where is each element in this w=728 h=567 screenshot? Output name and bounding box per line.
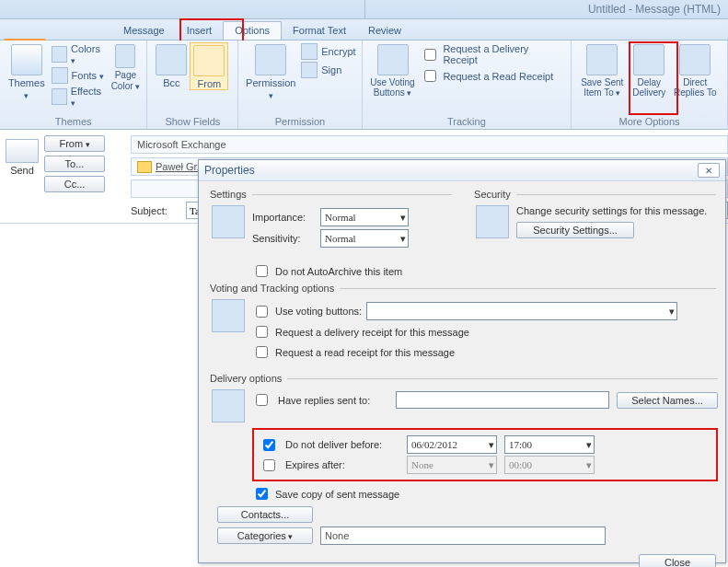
categories-button[interactable]: Categories xyxy=(217,527,313,544)
select-names-button[interactable]: Select Names... xyxy=(617,392,718,409)
group-permission: Permission Encrypt Sign Permission xyxy=(238,40,362,129)
save-sent-icon xyxy=(586,44,618,75)
read-receipt-checkbox[interactable] xyxy=(256,346,268,358)
request-delivery-receipt[interactable]: Request a Delivery Receipt xyxy=(421,42,565,66)
send-button[interactable]: Send xyxy=(6,165,39,176)
request-read-receipt[interactable]: Request a Read Receipt xyxy=(421,66,565,86)
categories-value: None xyxy=(320,526,606,545)
voting-icon xyxy=(377,44,409,75)
properties-dialog: Properties ✕ Settings Importance: Normal… xyxy=(198,159,726,555)
close-button[interactable]: Close xyxy=(639,554,716,555)
delivery-icon xyxy=(212,389,245,422)
permission-icon xyxy=(255,44,286,75)
tab-review[interactable]: Review xyxy=(357,22,412,40)
highlight-delay-delivery xyxy=(629,41,678,115)
themes-button[interactable]: Themes xyxy=(6,42,48,109)
save-copy-checkbox[interactable] xyxy=(256,488,268,500)
voting-buttons[interactable]: Use Voting Buttons xyxy=(368,42,418,98)
page-color-button[interactable]: Page Color xyxy=(110,42,141,109)
security-group: Security Change security settings for th… xyxy=(472,189,716,242)
tab-format-text[interactable]: Format Text xyxy=(282,22,357,40)
group-themes: Themes Colors Fonts Effects Page Color T… xyxy=(0,40,147,129)
dialog-close-icon[interactable]: ✕ xyxy=(698,163,720,178)
from-value: Microsoft Exchange xyxy=(131,135,728,154)
themes-icon xyxy=(11,44,42,75)
do-not-deliver-time[interactable]: 17:00▾ xyxy=(504,435,595,454)
from-picker[interactable]: From xyxy=(44,135,105,152)
subject-label: Subject: xyxy=(131,205,179,216)
from-icon xyxy=(193,45,225,76)
direct-replies-button[interactable]: Direct Replies To xyxy=(671,42,719,98)
bcc-button[interactable]: Bcc xyxy=(153,42,190,90)
direct-replies-icon xyxy=(679,44,711,75)
sign-button[interactable]: Sign xyxy=(301,61,355,79)
security-settings-button[interactable]: Security Settings... xyxy=(516,222,634,238)
colors-button[interactable]: Colors xyxy=(52,42,107,66)
lock-icon xyxy=(301,43,318,60)
window-title: Untitled - Message (HTML) xyxy=(588,3,721,16)
encrypt-button[interactable]: Encrypt xyxy=(301,42,355,61)
settings-icon xyxy=(212,205,245,238)
do-not-deliver-date[interactable]: 06/02/2012▾ xyxy=(407,435,497,454)
use-voting-checkbox[interactable] xyxy=(256,306,268,318)
highlight-options-tab xyxy=(179,18,244,43)
expires-time: 00:00▾ xyxy=(504,456,595,474)
voting-buttons-select[interactable]: ▾ xyxy=(366,302,677,320)
contacts-button[interactable]: Contacts... xyxy=(217,506,313,523)
save-sent-item-button[interactable]: Save Sent Item To xyxy=(577,42,627,98)
replies-input[interactable] xyxy=(396,391,609,409)
cc-button[interactable]: Cc... xyxy=(44,176,105,192)
expires-date: None▾ xyxy=(407,456,497,474)
delivery-receipt-checkbox[interactable] xyxy=(256,326,268,338)
group-tracking: Use Voting Buttons Request a Delivery Re… xyxy=(363,40,572,129)
replies-checkbox[interactable] xyxy=(256,394,268,406)
effects-button[interactable]: Effects xyxy=(52,85,107,109)
autoarchive-checkbox[interactable] xyxy=(256,265,268,277)
group-show-fields: Bcc From Show Fields xyxy=(147,40,238,129)
from-button[interactable]: From xyxy=(190,42,228,90)
importance-select[interactable]: Normal▾ xyxy=(320,208,409,226)
effects-icon xyxy=(52,88,67,105)
folder-icon xyxy=(137,161,152,173)
fonts-icon xyxy=(52,67,68,84)
fonts-button[interactable]: Fonts xyxy=(52,66,107,85)
mail-icon xyxy=(6,139,39,163)
bcc-icon xyxy=(156,44,187,75)
signature-icon xyxy=(301,62,318,78)
ribbon-tabs: Message Insert Options Format Text Revie… xyxy=(0,19,728,40)
colors-icon xyxy=(52,46,68,63)
highlight-delivery-timing: Do not deliver before: 06/02/2012▾ 17:00… xyxy=(252,428,718,481)
voting-group-icon xyxy=(212,299,245,332)
security-icon xyxy=(476,205,509,238)
page-color-icon xyxy=(115,44,135,68)
quick-access-toolbar: Untitled - Message (HTML) xyxy=(0,0,728,19)
sensitivity-select[interactable]: Normal▾ xyxy=(320,229,409,248)
tab-message[interactable]: Message xyxy=(112,22,176,40)
ribbon: Themes Colors Fonts Effects Page Color T… xyxy=(0,40,728,130)
expires-checkbox[interactable] xyxy=(263,459,275,471)
settings-group: Settings Importance: Normal▾ Sensitivity… xyxy=(208,189,452,254)
to-button[interactable]: To... xyxy=(44,156,105,172)
delivery-options-group: Delivery options Have replies sent to: S… xyxy=(208,373,718,547)
voting-tracking-group: Voting and Tracking options Use voting b… xyxy=(208,283,716,367)
permission-button[interactable]: Permission xyxy=(244,42,297,101)
do-not-deliver-checkbox[interactable] xyxy=(263,439,275,451)
dialog-title: Properties xyxy=(204,164,255,177)
